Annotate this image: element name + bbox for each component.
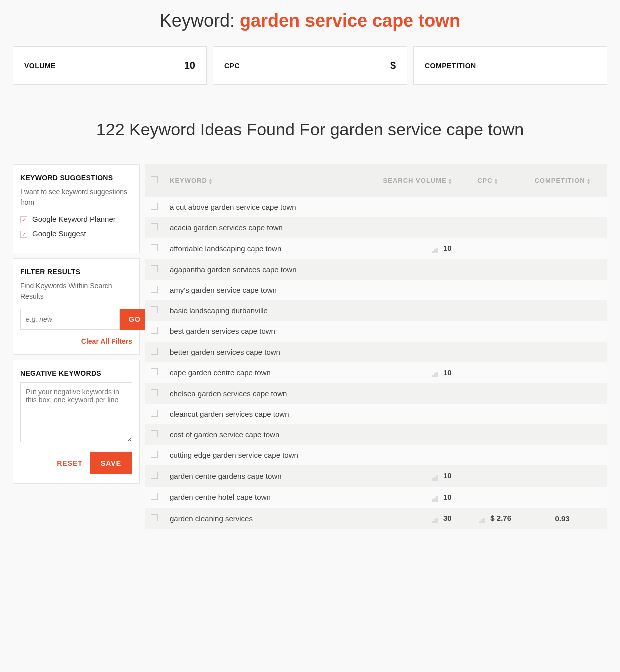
volume-cell (350, 197, 457, 217)
cpc-cell (458, 300, 517, 321)
negative-title: NEGATIVE KEYWORDS (20, 369, 132, 377)
table-row: garden centre hotel cape town10 (145, 487, 607, 508)
stat-cpc-label: CPC (224, 62, 240, 70)
keyword-table: KEYWORD▴▾ SEARCH VOLUME▴▾ CPC▴▾ COMPETIT… (145, 164, 607, 529)
source-row[interactable]: Google Keyword Planner (20, 215, 132, 223)
stat-cpc: CPC $ (213, 46, 407, 85)
cpc-cell (458, 238, 517, 259)
clear-filters-link[interactable]: Clear All Filters (20, 337, 132, 345)
row-checkbox[interactable] (151, 514, 158, 521)
cpc-cell (458, 321, 517, 342)
reset-button[interactable]: RESET (57, 459, 83, 467)
suggestions-title: KEYWORD SUGGESTIONS (20, 174, 132, 182)
sidebar: KEYWORD SUGGESTIONS I want to see keywor… (13, 164, 140, 529)
cpc-cell (458, 197, 517, 217)
panel-negative: NEGATIVE KEYWORDS RESET SAVE (13, 360, 140, 484)
keyword-cell: affordable landscaping cape town (164, 238, 350, 259)
filter-input[interactable] (20, 309, 120, 330)
row-checkbox[interactable] (151, 472, 158, 479)
row-checkbox[interactable] (151, 306, 158, 313)
ideas-title: 122 Keyword Ideas Found For garden servi… (13, 120, 607, 139)
volume-cell (350, 342, 457, 362)
keyword-cell: a cut above garden service cape town (164, 197, 350, 217)
col-volume[interactable]: SEARCH VOLUME▴▾ (350, 164, 457, 197)
table-row: cleancut garden services cape town (145, 404, 607, 424)
competition-cell (517, 342, 607, 362)
negative-textarea[interactable] (20, 382, 132, 442)
keyword-cell: cape garden centre cape town (164, 362, 350, 384)
page-title: Keyword: garden service cape town (13, 10, 607, 31)
cpc-cell (458, 404, 517, 424)
table-row: cape garden centre cape town10 (145, 362, 607, 384)
cpc-cell (458, 217, 517, 238)
volume-cell (350, 280, 457, 300)
row-checkbox[interactable] (151, 410, 158, 417)
row-checkbox[interactable] (151, 348, 158, 355)
bar-chart-icon (431, 472, 438, 481)
source-row[interactable]: Google Suggest (20, 229, 132, 238)
row-checkbox[interactable] (151, 223, 158, 230)
filter-sub: Find Keywords Within Search Results (20, 281, 132, 302)
stat-cpc-value: $ (390, 60, 396, 71)
stat-volume: VOLUME 10 (13, 46, 207, 85)
cpc-cell (458, 445, 517, 465)
row-checkbox[interactable] (151, 389, 158, 396)
table-row: agapantha garden services cape town (145, 259, 607, 280)
keyword-cell: agapantha garden services cape town (164, 259, 350, 280)
col-keyword[interactable]: KEYWORD▴▾ (164, 164, 350, 197)
competition-cell (517, 238, 607, 259)
cpc-cell (458, 465, 517, 487)
select-all-checkbox[interactable] (151, 176, 158, 183)
row-checkbox[interactable] (151, 265, 158, 272)
keyword-cell: cleancut garden services cape town (164, 404, 350, 424)
save-button[interactable]: SAVE (90, 452, 132, 474)
table-row: amy's garden service cape town (145, 280, 607, 300)
sort-icon: ▴▾ (449, 178, 452, 184)
title-prefix: Keyword: (160, 10, 240, 31)
title-keyword: garden service cape town (240, 10, 460, 31)
table-row: cutting edge garden service cape town (145, 445, 607, 465)
bar-chart-icon (431, 369, 438, 377)
competition-cell (517, 259, 607, 280)
sort-icon: ▴▾ (587, 178, 590, 184)
competition-cell (517, 424, 607, 445)
table-row: cost of garden service cape town (145, 424, 607, 445)
keyword-cell: garden centre hotel cape town (164, 487, 350, 508)
volume-cell: 30 (350, 508, 457, 529)
row-checkbox[interactable] (151, 493, 158, 500)
source-checkbox[interactable] (20, 216, 27, 223)
cpc-cell (458, 280, 517, 300)
volume-cell (350, 424, 457, 445)
row-checkbox[interactable] (151, 286, 158, 293)
table-row: garden centre gardens cape town10 (145, 465, 607, 487)
keyword-cell: cutting edge garden service cape town (164, 445, 350, 465)
sort-icon: ▴▾ (209, 178, 212, 184)
competition-cell (517, 300, 607, 321)
col-select-all[interactable] (145, 164, 164, 197)
table-row: best garden services cape town (145, 321, 607, 342)
competition-cell (517, 362, 607, 384)
suggestions-sub: I want to see keyword suggestions from (20, 187, 132, 208)
table-row: basic landscaping durbanville (145, 300, 607, 321)
volume-cell (350, 383, 457, 404)
row-checkbox[interactable] (151, 203, 158, 210)
volume-cell: 10 (350, 465, 457, 487)
source-checkbox[interactable] (20, 231, 27, 238)
keyword-cell: chelsea garden services cape town (164, 383, 350, 404)
competition-cell (517, 465, 607, 487)
competition-cell (517, 445, 607, 465)
volume-cell (350, 404, 457, 424)
cpc-cell (458, 487, 517, 508)
row-checkbox[interactable] (151, 327, 158, 334)
row-checkbox[interactable] (151, 368, 158, 375)
col-competition[interactable]: COMPETITION▴▾ (517, 164, 607, 197)
stat-competition: COMPETITION (413, 46, 607, 85)
cpc-cell (458, 362, 517, 384)
cpc-cell (458, 424, 517, 445)
row-checkbox[interactable] (151, 451, 158, 458)
row-checkbox[interactable] (151, 244, 158, 251)
keyword-cell: best garden services cape town (164, 321, 350, 342)
competition-cell (517, 321, 607, 342)
row-checkbox[interactable] (151, 430, 158, 437)
col-cpc[interactable]: CPC▴▾ (458, 164, 517, 197)
